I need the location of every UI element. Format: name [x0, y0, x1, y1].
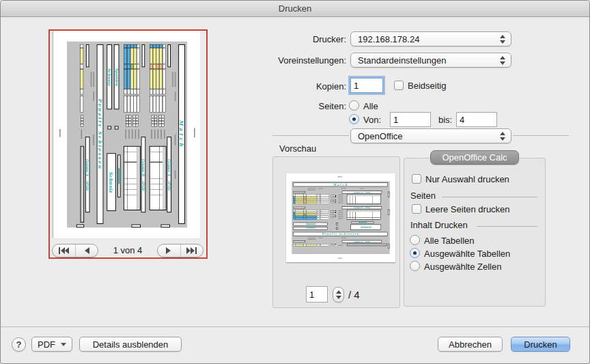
footer-divider [1, 326, 590, 327]
sheet-header-text [337, 176, 342, 177]
stepper-up-icon [336, 290, 341, 294]
next-page-button[interactable] [158, 244, 180, 257]
presets-select[interactable]: Standardeinstellungen [350, 53, 511, 68]
first-page-button[interactable] [53, 244, 75, 257]
sheet-title: Match [333, 183, 348, 186]
preview-table-b-right [124, 146, 141, 210]
only-selection-checkbox[interactable] [412, 174, 421, 184]
title-bar: Drucken [1, 1, 589, 17]
preview-table-b [293, 210, 320, 219]
all-tables-radio[interactable] [410, 235, 420, 245]
content-section-label: Inhalt Drucken [410, 220, 468, 230]
content-section-line [477, 226, 537, 227]
first-page-icon [58, 247, 69, 254]
penalty-bar: Penalty Schiessen [293, 232, 388, 236]
preview-page-status: 1 von 4 [98, 245, 157, 255]
pages-from-label: Von: [363, 115, 381, 125]
app-options-select[interactable]: OpenOffice [350, 128, 511, 143]
sheet-content-area: Match Gruppe A(P/Q) Gruppe B(P/Q) [67, 42, 187, 227]
sheet-content-area: Match Gruppe A(P/Q) Gruppe B(P/Q) [292, 181, 389, 254]
left-preview-mount: Match Gruppe A(P/Q) Gruppe B(P/Q) [53, 31, 200, 238]
preview-nav-forward-group [157, 244, 203, 257]
help-button[interactable]: ? [12, 337, 26, 352]
sheet-title-bar: Match [293, 182, 388, 186]
section-divider [272, 135, 349, 136]
vorschau-preview-mount: Match Gruppe A(P/Q) Gruppe B(P/Q) [286, 173, 395, 262]
pages-label: Seiten: [230, 101, 346, 111]
copies-input[interactable] [350, 78, 383, 93]
previous-page-icon [83, 247, 91, 254]
vorschau-page-input[interactable] [306, 286, 328, 303]
pdf-dropdown-arrow-icon [61, 343, 66, 346]
preview-table-a [293, 194, 320, 204]
printer-select[interactable]: 192.168.178.24 [350, 31, 511, 46]
presets-label: Voreinstellungen: [230, 55, 346, 66]
vorschau-page-total: / 4 [348, 289, 360, 300]
popup-arrows-icon [500, 132, 506, 141]
preview-table-b [124, 44, 140, 94]
all-tables-label: Alle Tabellen [424, 236, 474, 246]
only-selection-label: Nur Auswahl drucken [425, 174, 509, 184]
pages-to-label: bis: [438, 115, 452, 125]
pages-section-line [442, 197, 537, 197]
print-preview-page: Match Gruppe A(P/Q) Gruppe B(P/Q) [286, 173, 395, 262]
preview-nav-back-group [52, 244, 98, 257]
last-page-icon [186, 247, 197, 254]
sheet-title-bar: Match [178, 44, 185, 224]
spanien-box: Spanien [114, 44, 120, 109]
group-b-bar: Gruppe B(P/Q) [141, 137, 146, 212]
penalty-bar: Penalty Schiessen [97, 44, 104, 224]
sheet-footer-text [338, 258, 342, 259]
print-button[interactable]: Drucken [511, 337, 570, 352]
spanien-box: Spanien [293, 223, 327, 226]
popup-arrows-icon [500, 56, 506, 65]
page-from-input[interactable] [390, 112, 431, 127]
last-page-button[interactable] [180, 244, 203, 257]
preview-table-bottom [80, 44, 83, 94]
pages-section-label: Seiten [410, 191, 436, 201]
calc-options-tab[interactable]: OpenOffice Calc [430, 150, 519, 165]
selected-tables-radio[interactable] [410, 248, 420, 258]
schweiz-box-left: Schweiz [107, 44, 112, 109]
next-page-icon [165, 247, 173, 254]
pdf-button[interactable]: PDF [31, 337, 72, 352]
printer-label: Drucker: [230, 34, 346, 44]
details-toggle-button[interactable]: Details ausblenden [79, 337, 182, 352]
duplex-label: Beidseitig [408, 81, 446, 91]
popup-arrows-icon [500, 35, 506, 44]
preview-table-b-right [347, 210, 381, 220]
preview-table-bottom [293, 244, 320, 246]
stepper-down-icon [336, 296, 341, 299]
section-divider [513, 135, 569, 136]
help-icon: ? [16, 339, 22, 350]
sheet-footer-text [59, 129, 61, 137]
selected-cells-label: Ausgewählte Zellen [424, 262, 501, 272]
preview-table-a-right [347, 194, 381, 204]
print-dialog: Drucken Match Gruppe A(P/Q) [0, 0, 590, 364]
duplex-checkbox[interactable] [394, 81, 404, 90]
previous-page-button[interactable] [75, 244, 98, 257]
schweiz-box-right: Schweiz [350, 225, 381, 230]
page-to-input[interactable] [456, 112, 497, 127]
vorschau-page-stepper[interactable] [333, 287, 344, 303]
pages-all-label: Alle [363, 101, 378, 111]
empty-pages-checkbox[interactable] [412, 204, 421, 214]
dialog-title: Drucken [279, 3, 311, 14]
selected-cells-radio[interactable] [410, 261, 420, 271]
preview-table-a-right [150, 146, 167, 210]
empty-pages-label: Leere Seiten drucken [425, 204, 510, 214]
selected-tables-label: Ausgewählte Tabellen [424, 249, 510, 259]
group-a2-bar: Gruppe A(P/Q) [85, 137, 90, 212]
pages-range-radio[interactable] [349, 114, 359, 124]
preview-table-a [150, 44, 166, 94]
pages-all-radio[interactable] [349, 100, 359, 111]
cancel-button[interactable]: Abbrechen [438, 337, 503, 352]
schweiz-box-left: Schweiz [293, 227, 327, 230]
copies-label: Kopien: [230, 81, 346, 92]
group-a-bar: Gruppe A(P/Q) [167, 137, 171, 212]
group-a2-bar: Gruppe A(P/Q) [342, 240, 382, 243]
sheet-title: Match [179, 120, 184, 149]
print-preview-page: Match Gruppe A(P/Q) Gruppe B(P/Q) [53, 31, 200, 238]
vorschau-label: Vorschau [279, 143, 316, 154]
preview-table-bottom-right [80, 146, 84, 223]
